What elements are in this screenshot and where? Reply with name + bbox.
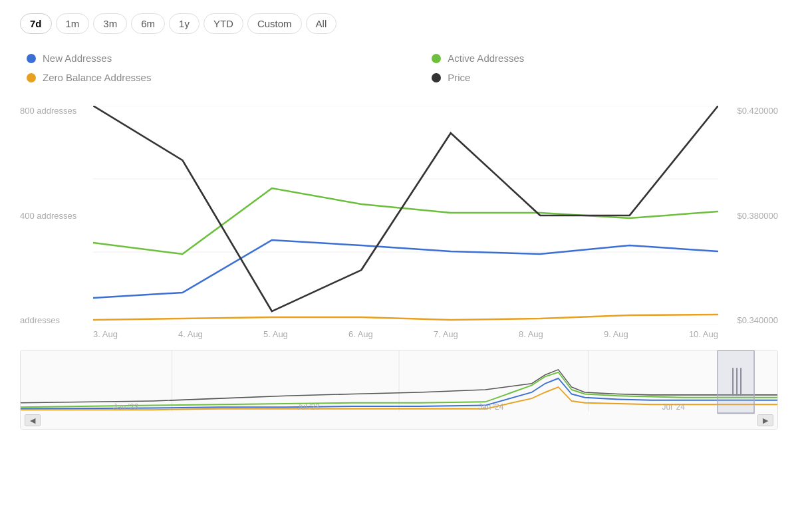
x-axis-label: 8. Aug bbox=[519, 329, 543, 339]
navigator-arrows: ◀ ▶ bbox=[21, 414, 777, 426]
legend-label-zero-balance-addresses: Zero Balance Addresses bbox=[43, 72, 151, 83]
legend-dot-active-addresses bbox=[432, 54, 441, 63]
x-axis-label: 7. Aug bbox=[434, 329, 458, 339]
legend-item-active-addresses: Active Addresses bbox=[432, 50, 778, 66]
legend-dot-price bbox=[432, 73, 441, 82]
x-axis-label: 3. Aug bbox=[93, 329, 118, 339]
active-addresses-line bbox=[93, 188, 718, 254]
x-axis-label: 9. Aug bbox=[604, 329, 628, 339]
legend-label-price: Price bbox=[448, 72, 470, 83]
x-axis-labels: 3. Aug4. Aug5. Aug6. Aug7. Aug8. Aug9. A… bbox=[93, 329, 718, 339]
y-axis-right: $0.420000$0.380000$0.340000 bbox=[718, 106, 778, 325]
time-btn-7d[interactable]: 7d bbox=[20, 13, 52, 34]
y-axis-left-label: 400 addresses bbox=[20, 211, 93, 221]
y-axis-right-label: $0.340000 bbox=[718, 315, 778, 325]
legend-item-new-addresses: New Addresses bbox=[27, 50, 405, 66]
legend-label-active-addresses: Active Addresses bbox=[448, 53, 524, 64]
main-container: 7d1m3m6m1yYTDCustomAll New AddressesActi… bbox=[0, 0, 798, 532]
navigator-chart[interactable]: Jan '23Jul '23Jan '24Jul '24 ◀ ▶ bbox=[20, 350, 778, 430]
navigator-x-axis: Jan '23Jul '23Jan '24Jul '24 bbox=[21, 402, 777, 412]
nav-left-arrow[interactable]: ◀ bbox=[25, 414, 41, 426]
zero-balance-line bbox=[93, 315, 718, 320]
time-period-selector: 7d1m3m6m1yYTDCustomAll bbox=[20, 13, 778, 34]
new-addresses-line bbox=[93, 240, 718, 298]
legend-dot-new-addresses bbox=[27, 54, 36, 63]
navigator-x-label: Jul '24 bbox=[662, 402, 685, 412]
navigator-x-label: Jul '23 bbox=[297, 402, 320, 412]
x-axis-label: 5. Aug bbox=[263, 329, 288, 339]
time-btn-all[interactable]: All bbox=[306, 13, 337, 34]
legend-dot-zero-balance-addresses bbox=[27, 73, 36, 82]
navigator-x-label: Jan '24 bbox=[478, 402, 503, 412]
y-axis-left-label: addresses bbox=[20, 315, 93, 325]
y-axis-left-label: 800 addresses bbox=[20, 106, 93, 116]
main-chart-area: 800 addresses400 addressesaddresses $0.4… bbox=[20, 106, 778, 325]
time-btn-1m[interactable]: 1m bbox=[56, 13, 90, 34]
chart-svg bbox=[93, 106, 718, 325]
x-axis-label: 4. Aug bbox=[178, 329, 203, 339]
x-axis-label: 6. Aug bbox=[348, 329, 373, 339]
legend-label-new-addresses: New Addresses bbox=[43, 53, 112, 64]
chart-svg-wrapper bbox=[93, 106, 718, 325]
time-btn-custom[interactable]: Custom bbox=[247, 13, 302, 34]
navigator-x-label: Jan '23 bbox=[113, 402, 138, 412]
y-axis-right-label: $0.380000 bbox=[718, 211, 778, 221]
time-btn-6m[interactable]: 6m bbox=[131, 13, 165, 34]
y-axis-left: 800 addresses400 addressesaddresses bbox=[20, 106, 93, 325]
x-axis-label: 10. Aug bbox=[689, 329, 718, 339]
time-btn-ytd[interactable]: YTD bbox=[203, 13, 243, 34]
legend-item-price: Price bbox=[432, 69, 778, 86]
time-btn-3m[interactable]: 3m bbox=[93, 13, 127, 34]
legend-item-zero-balance-addresses: Zero Balance Addresses bbox=[27, 69, 405, 86]
nav-right-arrow[interactable]: ▶ bbox=[757, 414, 773, 426]
chart-legend: New AddressesActive AddressesZero Balanc… bbox=[27, 50, 778, 86]
y-axis-right-label: $0.420000 bbox=[718, 106, 778, 116]
time-btn-1y[interactable]: 1y bbox=[169, 13, 200, 34]
